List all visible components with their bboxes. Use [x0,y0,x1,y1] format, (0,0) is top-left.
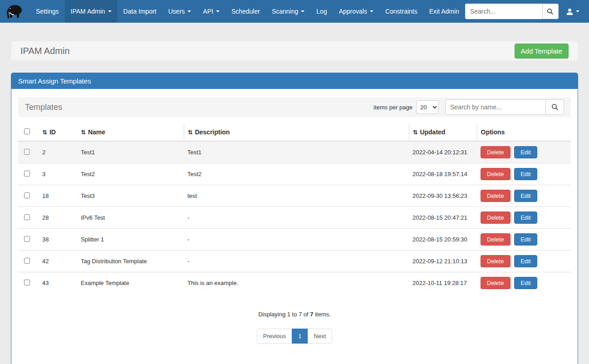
row-checkbox-cell [18,185,39,207]
row-checkbox[interactable] [24,149,30,155]
nav-label: Log [316,8,327,15]
row-updated: 2022-08-18 19:57:14 [409,163,477,185]
row-id: 28 [39,207,77,229]
column-header-name[interactable]: ⇅Name [77,123,184,141]
row-checkbox[interactable] [24,280,30,285]
nav-label: Data Import [123,8,157,15]
chevron-down-icon [370,10,373,12]
delete-button[interactable]: Delete [481,255,510,267]
row-updated: 2022-04-14 20:12:31 [409,141,477,163]
name-search-input[interactable] [445,99,546,115]
user-icon [566,8,574,15]
nav-item-scanning[interactable]: Scanning [266,0,310,23]
pagination-page-1[interactable]: 1 [292,329,308,344]
chevron-down-icon [216,10,220,12]
row-description: This is an example. [184,272,409,294]
edit-button[interactable]: Edit [514,255,537,267]
edit-button[interactable]: Edit [514,146,537,158]
row-id: 38 [39,229,77,251]
nav-item-scheduler[interactable]: Scheduler [226,0,266,23]
global-search-button[interactable] [542,4,559,19]
column-label: Options [481,128,505,136]
templates-table: ⇅ID ⇅Name ⇅Description ⇅Updated Options … [18,123,571,294]
items-per-page-select[interactable]: 20 [416,100,439,114]
row-options: Delete Edit [477,207,571,229]
table-row: 3 Test2 Test2 2022-08-18 19:57:14 Delete… [18,163,571,185]
column-header-id[interactable]: ⇅ID [39,123,77,141]
nav-item-users[interactable]: Users [162,0,197,23]
row-options: Delete Edit [477,251,571,272]
delete-button[interactable]: Delete [481,168,510,180]
row-id: 18 [39,185,77,207]
edit-button[interactable]: Edit [514,277,537,289]
select-all-cell [18,123,39,141]
row-updated: 2022-09-12 21:10:13 [409,251,477,272]
edit-button[interactable]: Edit [514,212,537,224]
row-checkbox[interactable] [24,214,30,220]
row-name: Test1 [77,141,184,163]
row-checkbox[interactable] [24,171,30,177]
column-header-options: Options [477,123,571,141]
main-nav: Settings IPAM Admin Data Import Users AP… [30,0,465,23]
user-menu[interactable] [559,0,584,23]
name-search-button[interactable] [546,99,564,115]
nav-item-exit-admin[interactable]: Exit Admin [423,0,465,23]
nav-item-api[interactable]: API [197,0,226,23]
column-header-updated[interactable]: ⇅Updated [409,123,477,141]
edit-button[interactable]: Edit [514,233,537,246]
pagination-previous[interactable]: Previous [257,329,293,344]
nav-label: Scanning [272,8,298,15]
name-search-group [445,99,564,115]
add-template-button[interactable]: Add Template [515,44,569,59]
column-label: ID [49,128,56,136]
nav-item-approvals[interactable]: Approvals [333,0,379,23]
row-checkbox-cell [18,207,39,229]
nav-label: Scheduler [231,8,260,15]
global-search-input[interactable] [465,4,542,19]
brand-logo[interactable] [5,2,24,21]
table-row: 43 Example Template This is an example. … [18,272,571,294]
row-updated: 2022-08-15 20:47:21 [409,207,477,229]
delete-button[interactable]: Delete [481,190,510,202]
row-options: Delete Edit [477,272,571,294]
row-name: Example Template [77,272,184,294]
nav-item-settings[interactable]: Settings [30,0,65,23]
sort-icon: ⇅ [413,129,418,136]
delete-button[interactable]: Delete [481,277,510,289]
results-summary: Displaying 1 to 7 of 7 items. [18,311,571,318]
nav-item-ipam-admin[interactable]: IPAM Admin [65,0,118,23]
search-icon [551,103,559,111]
delete-button[interactable]: Delete [481,146,510,158]
row-updated: 2022-10-11 19:28:17 [409,272,477,294]
column-label: Name [88,128,105,136]
summary-text: Displaying 1 to 7 of [258,311,310,318]
nav-item-constraints[interactable]: Constraints [379,0,423,23]
panel-body: Templates items per page 20 [11,89,578,364]
pagination-next[interactable]: Next [308,329,333,344]
delete-button[interactable]: Delete [481,233,510,246]
nav-item-data-import[interactable]: Data Import [118,0,162,23]
edit-button[interactable]: Edit [514,168,537,180]
row-options: Delete Edit [477,185,571,207]
row-checkbox[interactable] [24,192,30,198]
row-checkbox[interactable] [24,258,30,264]
nav-label: Users [168,8,185,15]
top-navbar: Settings IPAM Admin Data Import Users AP… [0,0,589,23]
row-checkbox[interactable] [24,236,30,242]
items-per-page-label: items per page [373,104,412,111]
templates-title: Templates [25,103,62,112]
row-description: - [184,207,409,229]
nav-label: Exit Admin [429,8,459,15]
row-options: Delete Edit [477,229,571,251]
row-options: Delete Edit [477,163,571,185]
edit-button[interactable]: Edit [514,190,537,202]
row-description: Test1 [184,141,409,163]
nav-item-log[interactable]: Log [310,0,333,23]
row-id: 3 [39,163,77,185]
column-header-description[interactable]: ⇅Description [184,123,409,141]
delete-button[interactable]: Delete [481,212,510,224]
mammoth-logo-icon [5,2,24,20]
row-options: Delete Edit [477,141,571,163]
summary-text: items. [314,311,331,318]
select-all-checkbox[interactable] [24,128,30,134]
